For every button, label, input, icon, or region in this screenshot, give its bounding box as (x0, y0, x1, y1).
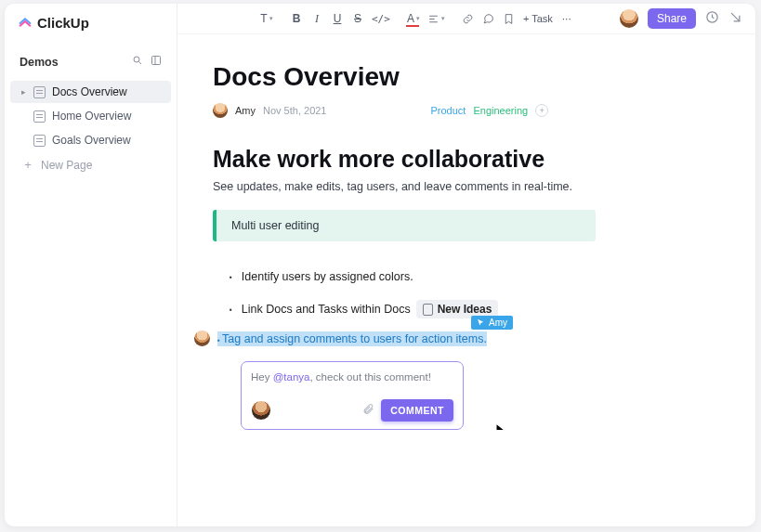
mention[interactable]: @tanya (273, 371, 310, 383)
sidebar-item-home-overview[interactable]: Home Overview (10, 105, 171, 127)
tag-product[interactable]: Product (431, 105, 466, 116)
strikethrough-button[interactable]: S (348, 9, 367, 28)
toolbar-right: Share (620, 8, 742, 29)
bookmark-button[interactable] (500, 9, 518, 28)
doc-icon (33, 110, 46, 123)
page-icon (423, 304, 433, 316)
sidebar: ClickUp Demos ▸ Docs Overview Home Overv… (5, 4, 177, 526)
section-heading[interactable]: Make work more collaborative (213, 146, 720, 173)
callout-block[interactable]: Multi user editing (213, 210, 596, 241)
list-item-text: Identify users by assigned colors. (242, 270, 413, 283)
list-item[interactable]: Identify users by assigned colors. (230, 262, 720, 292)
underline-button[interactable]: U (328, 9, 347, 28)
highlighted-line-row: Tag and assign comments to users for act… (194, 331, 720, 346)
tag-engineering[interactable]: Engineering (473, 105, 528, 116)
doc-icon (33, 135, 46, 147)
svg-rect-2 (152, 57, 161, 65)
main: T▾ B I U S </> A▾ ▾ (177, 4, 755, 526)
sidebar-item-docs-overview[interactable]: ▸ Docs Overview (10, 81, 171, 103)
svg-point-0 (134, 57, 139, 62)
presence-indicator: Amy (471, 316, 513, 330)
caret-icon: ▸ (21, 87, 27, 97)
inline-avatar[interactable] (194, 331, 210, 346)
add-tag-button[interactable]: + (535, 104, 548, 117)
user-avatar[interactable] (620, 9, 638, 28)
doc-icon (33, 86, 46, 98)
align-button[interactable]: ▾ (425, 9, 448, 28)
comment-composer[interactable]: Hey @tanya, check out this comment! COMM… (241, 361, 464, 430)
comment-input[interactable]: Hey @tanya, check out this comment! (251, 371, 453, 383)
sidebar-item-label: Goals Overview (52, 134, 131, 147)
export-icon[interactable] (728, 10, 742, 28)
attachment-icon[interactable] (362, 403, 374, 418)
sidebar-item-label: Home Overview (52, 110, 131, 123)
clickup-logo-icon (18, 16, 33, 31)
bold-button[interactable]: B (287, 9, 306, 28)
brand: ClickUp (5, 11, 177, 42)
plus-icon: + (21, 158, 34, 172)
toolbar: T▾ B I U S </> A▾ ▾ (177, 4, 755, 34)
section-title: Demos (20, 56, 59, 69)
list-item-text: Link Docs and Tasks within Docs (242, 303, 411, 316)
text-color-button[interactable]: A▾ (404, 9, 423, 28)
callout-text: Multi user editing (231, 219, 320, 232)
new-page-label: New Page (41, 159, 92, 172)
author-avatar[interactable] (213, 103, 228, 118)
text-style-button[interactable]: T▾ (257, 9, 276, 28)
doc-content: Docs Overview Amy Nov 5th, 2021 Product … (177, 34, 755, 430)
chip-label: New Ideas (438, 303, 492, 316)
presence-cursor-icon (477, 318, 485, 327)
comment-icon-button[interactable] (479, 9, 498, 28)
link-button[interactable] (459, 9, 478, 28)
author-name: Amy (235, 105, 256, 116)
share-button[interactable]: Share (648, 8, 696, 29)
sidebar-item-goals-overview[interactable]: Goals Overview (10, 129, 171, 151)
page-title[interactable]: Docs Overview (213, 62, 720, 92)
section-lead[interactable]: See updates, make edits, tag users, and … (213, 180, 720, 193)
sidebar-layout-icon[interactable] (151, 55, 162, 69)
sidebar-section-header: Demos (8, 49, 173, 74)
sidebar-item-label: Docs Overview (52, 85, 127, 98)
comment-submit-button[interactable]: COMMENT (381, 399, 453, 422)
search-icon[interactable] (132, 55, 143, 69)
doc-date: Nov 5th, 2021 (263, 105, 327, 116)
commenter-avatar (251, 400, 271, 421)
more-button[interactable]: ··· (558, 9, 576, 28)
format-group: T▾ B I U S </> A▾ ▾ (257, 9, 576, 28)
history-icon[interactable] (705, 10, 719, 28)
bullet-list: Identify users by assigned colors. Link … (213, 262, 720, 327)
svg-line-1 (139, 62, 142, 65)
doc-meta: Amy Nov 5th, 2021 Product Engineering + (213, 103, 720, 118)
highlighted-text[interactable]: Tag and assign comments to users for act… (217, 331, 487, 346)
sidebar-new-page[interactable]: + New Page (10, 153, 171, 176)
app-window: ClickUp Demos ▸ Docs Overview Home Overv… (5, 4, 755, 526)
presence-name: Amy (489, 318, 507, 328)
italic-button[interactable]: I (308, 9, 326, 28)
brand-name: ClickUp (37, 15, 89, 31)
code-button[interactable]: </> (369, 9, 393, 28)
mouse-cursor-icon (494, 423, 508, 430)
add-task-button[interactable]: + Task (520, 9, 556, 28)
